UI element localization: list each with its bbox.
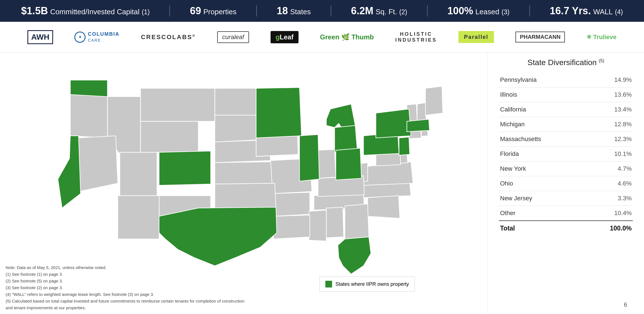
- right-panel: State Diversification (5) Pennsylvania 1…: [487, 53, 644, 314]
- stat-leased-sup: (3): [501, 8, 510, 16]
- logo-curaleaf: curaleaf: [217, 29, 249, 46]
- svg-marker-9: [318, 149, 336, 178]
- divider-1: [169, 5, 170, 16]
- state-name: Illinois: [499, 87, 585, 102]
- logo-greenthumb: Green 🌿 Thumb: [320, 29, 374, 46]
- logo-holistic: HOLISTICINDUSTRIES: [395, 29, 437, 46]
- table-row: Illinois 13.6%: [499, 87, 633, 102]
- map-area: States where IIPR owns property Note: Da…: [0, 53, 487, 314]
- stat-states: 18 States: [277, 5, 311, 17]
- footnotes: Note: Data as of May 5, 2021, unless oth…: [6, 264, 245, 311]
- svg-marker-35: [58, 136, 80, 208]
- table-row: Pennsylvania 14.9%: [499, 73, 633, 87]
- footnote-2: (2) See footnote (5) on page 3.: [6, 278, 245, 284]
- total-label: Total: [499, 221, 585, 236]
- stat-leased-label: Leased: [475, 8, 499, 16]
- state-pct: 12.8%: [585, 117, 633, 132]
- footnote-5: (5) Calculated based on total capital in…: [6, 298, 245, 305]
- svg-marker-43: [407, 119, 430, 132]
- state-pct: 10.1%: [585, 147, 633, 161]
- map-legend: States where IIPR owns property: [319, 277, 415, 292]
- svg-marker-33: [273, 215, 310, 239]
- stat-wall-sup: (4): [615, 8, 623, 16]
- svg-marker-12: [309, 210, 326, 241]
- state-name: New York: [499, 161, 585, 176]
- logo-cresco: CRESCOLABS®: [141, 29, 196, 46]
- legend-label: States where IIPR owns property: [335, 281, 409, 287]
- state-pct: 3.3%: [585, 191, 633, 206]
- state-name: Florida: [499, 147, 585, 161]
- svg-marker-3: [141, 121, 198, 152]
- footnote-note: Note: Data as of May 5, 2021, unless oth…: [6, 264, 245, 271]
- footnote-5b: and tenant improvements at our propertie…: [6, 305, 245, 311]
- divider-2: [256, 5, 257, 16]
- svg-marker-1: [215, 88, 256, 115]
- svg-marker-38: [299, 135, 319, 181]
- svg-marker-8: [273, 192, 310, 217]
- stats-bar: $1.5B Committed/Invested Capital(1) 69 P…: [0, 0, 644, 22]
- state-name: New Jersey: [499, 191, 585, 206]
- main-content: States where IIPR owns property Note: Da…: [0, 53, 644, 314]
- stat-properties-value: 69: [190, 5, 201, 17]
- table-row: New York 4.7%: [499, 161, 633, 176]
- svg-marker-0: [141, 88, 215, 121]
- svg-marker-34: [70, 80, 107, 97]
- state-name: Other: [499, 206, 585, 221]
- stat-capital-sup: (1): [142, 8, 150, 16]
- logo-awh: AWH: [27, 29, 53, 46]
- footnote-1: (1) See footnote (1) on page 3.: [6, 271, 245, 278]
- legend-green-box: [325, 281, 332, 287]
- stat-sqft-value: 6.2M: [351, 5, 373, 17]
- divider-4: [427, 5, 428, 16]
- divider-5: [529, 5, 530, 16]
- svg-marker-32: [425, 86, 443, 115]
- svg-marker-41: [376, 109, 411, 138]
- state-name: Massachusetts: [499, 132, 585, 147]
- logo-gleaf: gLeaf: [271, 29, 299, 46]
- stat-wall-value: 16.7 Yrs.: [550, 5, 591, 17]
- stat-capital-value: $1.5B: [21, 5, 48, 17]
- stat-states-value: 18: [277, 5, 288, 17]
- state-pct: 13.6%: [585, 87, 633, 102]
- svg-marker-18: [120, 152, 157, 198]
- table-row: California 13.4%: [499, 102, 633, 117]
- stat-states-label: States: [290, 8, 311, 16]
- stat-properties-label: Properties: [203, 8, 236, 16]
- svg-marker-11: [326, 207, 344, 238]
- diversification-title: State Diversification (5): [499, 58, 633, 67]
- stat-capital: $1.5B Committed/Invested Capital(1): [21, 5, 150, 17]
- stat-wall-label: WALL: [593, 8, 613, 16]
- logo-trulieve: ✳ Trulieve: [586, 29, 616, 46]
- state-name: Pennsylvania: [499, 73, 585, 87]
- stat-capital-label: Committed/Invested Capital: [50, 8, 139, 16]
- stat-properties: 69 Properties: [190, 5, 236, 17]
- total-pct: 100.0%: [585, 221, 633, 236]
- stat-sqft-label: Sq. Ft.: [376, 8, 397, 16]
- svg-marker-22: [345, 204, 369, 239]
- diversification-table: Pennsylvania 14.9% Illinois 13.6% Califo…: [499, 73, 633, 236]
- logos-row: AWH ✦ COLUMBIACARE CRESCOLABS® curaleaf …: [0, 22, 644, 53]
- logo-parallel: Parallel: [458, 29, 494, 46]
- svg-marker-36: [159, 151, 211, 185]
- stat-leased: 100% Leased(3): [448, 5, 510, 17]
- svg-marker-39: [336, 148, 361, 180]
- svg-marker-37: [256, 87, 302, 138]
- table-row: Florida 10.1%: [499, 147, 633, 161]
- svg-marker-5: [215, 162, 274, 184]
- footnote-3: (3) See footnote (2) on page 3.: [6, 284, 245, 291]
- stat-leased-value: 100%: [448, 5, 473, 17]
- state-pct: 13.4%: [585, 102, 633, 117]
- page-number: 6: [624, 301, 627, 308]
- svg-marker-2: [215, 115, 256, 142]
- state-pct: 4.7%: [585, 161, 633, 176]
- svg-marker-42: [399, 137, 410, 155]
- state-pct: 12.3%: [585, 132, 633, 147]
- columbia-icon: ✦: [74, 32, 86, 43]
- logo-pharmacann: PHARMACANN: [515, 29, 565, 46]
- stat-sqft-sup: (2): [399, 8, 407, 16]
- state-pct: 10.4%: [585, 206, 633, 221]
- table-row: Other 10.4%: [499, 206, 633, 221]
- state-name: Ohio: [499, 176, 585, 191]
- svg-marker-19: [118, 196, 159, 239]
- table-row: Michigan 12.8%: [499, 117, 633, 132]
